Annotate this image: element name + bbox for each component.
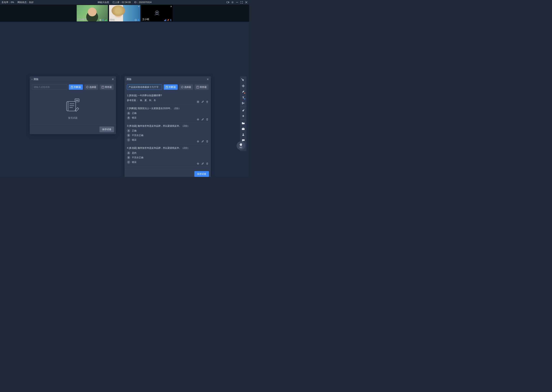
eraser-tool-icon[interactable] — [240, 108, 246, 113]
close-window-icon[interactable] — [245, 1, 248, 4]
reference-answer: 参考答案：春、夏、秋、冬 — [127, 99, 209, 102]
pen-tool-icon[interactable] — [240, 89, 246, 94]
mic-icon — [102, 19, 104, 21]
edit-icon[interactable] — [201, 162, 204, 165]
choice-icon: ✓ — [181, 86, 183, 88]
edit-icon[interactable] — [201, 140, 204, 143]
empty-text: 暂无试题 — [68, 116, 77, 120]
test-name-input[interactable] — [127, 84, 162, 90]
question-item: 2 [判断题] 我国宪法上一次更新是在2020年。（2分） A正确 B错误 — [127, 105, 209, 123]
folder-tool-icon[interactable] — [240, 120, 246, 126]
toolbox-tool-icon[interactable] — [240, 126, 246, 132]
save-test-button[interactable]: 保存试卷 — [100, 126, 114, 132]
elapsed-time: 已上课：02:34:09 — [113, 1, 131, 4]
signal-icon — [164, 19, 166, 21]
close-tile-icon[interactable]: ✕ — [138, 5, 139, 7]
mic-icon — [170, 19, 172, 21]
delete-icon[interactable] — [206, 140, 209, 143]
svg-point-31 — [244, 140, 244, 140]
short-answer-icon: T — [102, 86, 104, 88]
add-choice-button[interactable]: ✓选择题 — [179, 84, 193, 90]
packet-loss-label: 丢包率：0% — [1, 1, 14, 4]
svg-rect-15 — [171, 19, 171, 20]
panel-title: 测验 — [34, 77, 38, 81]
move-icon[interactable] — [197, 140, 199, 143]
video-tile-teacher[interactable]: 叮当老师 — [77, 5, 108, 21]
svg-point-29 — [242, 140, 243, 140]
mic-icon — [138, 19, 139, 21]
panel-title: 测验 — [126, 77, 131, 81]
option-row[interactable]: B错误 — [127, 116, 209, 120]
move-icon[interactable] — [197, 100, 199, 103]
choice-icon: ✓ — [86, 86, 88, 88]
truefalse-icon: 判 — [166, 86, 168, 88]
raise-hand-count: 0/2 — [240, 147, 242, 148]
edit-icon[interactable] — [201, 100, 204, 103]
camera-toggle-icon[interactable] — [226, 1, 229, 4]
close-panel-icon[interactable]: ✕ — [112, 78, 114, 81]
class-title: 神秘大自然 — [98, 1, 109, 4]
raise-hand-button[interactable]: 0/2 — [237, 141, 245, 150]
svg-rect-27 — [242, 128, 245, 130]
whiteboard-toolbar: ✦ T — [240, 76, 247, 151]
save-test-button[interactable]: 保存试卷 — [194, 171, 209, 177]
short-answer-icon: T — [196, 86, 199, 88]
text-tool-icon[interactable]: T — [240, 95, 246, 100]
cursor-tool-icon[interactable]: ✦ — [240, 77, 246, 83]
option-row[interactable]: B不完全正确 — [127, 133, 209, 137]
add-truefalse-button[interactable]: 判判断题 — [69, 84, 83, 90]
mic-muted-icon — [167, 19, 169, 21]
close-panel-icon[interactable]: ✕ — [207, 78, 209, 81]
question-item: 4 [多选题] 施华洛世奇是反华品牌，所以梁鼎琪反华。（2分） A是的 B不完全… — [127, 145, 209, 167]
person-tool-icon[interactable] — [240, 132, 246, 137]
question-item: 1 [简答题] 一年四季分别是哪四季? 参考答案：春、夏、秋、冬 — [127, 92, 209, 105]
option-row[interactable]: C错误 — [127, 161, 209, 164]
svg-point-28 — [243, 133, 244, 134]
svg-rect-16 — [68, 101, 76, 111]
quiz-panel-empty: ‹ 测验 ✕ 判判断题 ✓选择题 T简答题 — [30, 76, 116, 134]
delete-icon[interactable] — [206, 118, 209, 121]
add-choice-button[interactable]: ✓选择题 — [84, 84, 98, 90]
svg-point-24 — [242, 102, 243, 103]
whiteboard-area: ‹ 测验 ✕ 判判断题 ✓选择题 T简答题 — [0, 22, 249, 177]
option-row[interactable]: A正确 — [127, 129, 209, 133]
add-short-answer-button[interactable]: T简答题 — [100, 84, 114, 90]
participant-name: 王小明 — [142, 18, 149, 21]
question-item: 3 [单选题] 施华洛世奇是反华品牌，所以梁鼎琪反华。（2分） A正确 B不完全… — [127, 123, 209, 145]
laser-tool-icon[interactable] — [240, 113, 246, 119]
option-row[interactable]: A是的 — [127, 151, 209, 155]
svg-rect-7 — [103, 19, 103, 20]
close-tile-icon[interactable]: ✕ — [170, 5, 172, 7]
svg-point-6 — [100, 20, 101, 21]
truefalse-icon: 判 — [71, 86, 73, 88]
video-tile-student-1[interactable]: ✕ Nina — [109, 5, 140, 21]
hand-icon — [239, 143, 243, 146]
questions-list[interactable]: 1 [简答题] 一年四季分别是哪四季? 参考答案：春、夏、秋、冬 2 [判断题]… — [124, 92, 211, 169]
move-icon[interactable] — [197, 162, 199, 165]
add-truefalse-button[interactable]: 判判断题 — [164, 84, 178, 90]
option-row[interactable]: C错误 — [127, 138, 209, 142]
record-icon — [99, 19, 102, 21]
svg-rect-10 — [138, 19, 139, 20]
delete-icon[interactable] — [206, 100, 209, 103]
svg-point-26 — [243, 115, 244, 117]
minimize-icon[interactable] — [236, 1, 239, 4]
top-bar: 丢包率：0% 网络状态：良好 神秘大自然 已上课：02:34:09 ID：202… — [0, 0, 249, 5]
video-tile-student-2[interactable]: ✕ 王小明 — [141, 5, 173, 21]
empty-state: 暂无试题 — [30, 92, 116, 124]
back-icon[interactable]: ‹ — [32, 78, 32, 81]
move-tool-icon[interactable] — [240, 83, 246, 89]
svg-point-12 — [156, 12, 158, 13]
fullscreen-icon[interactable] — [240, 1, 243, 4]
svg-point-25 — [242, 103, 243, 104]
option-row[interactable]: B不完全正确 — [127, 156, 209, 159]
delete-icon[interactable] — [206, 162, 209, 165]
scissors-tool-icon[interactable] — [240, 100, 246, 106]
option-row[interactable]: A正确 — [127, 112, 209, 115]
move-icon[interactable] — [197, 118, 199, 121]
quiz-panel-editing: 测验 ✕ 判判断题 ✓选择题 T简答题 1 [简答题] 一年四季分别是哪四季? … — [124, 76, 211, 177]
edit-icon[interactable] — [201, 118, 204, 121]
test-name-input[interactable] — [32, 84, 67, 90]
add-short-answer-button[interactable]: T简答题 — [195, 84, 209, 90]
settings-icon[interactable] — [231, 1, 234, 4]
